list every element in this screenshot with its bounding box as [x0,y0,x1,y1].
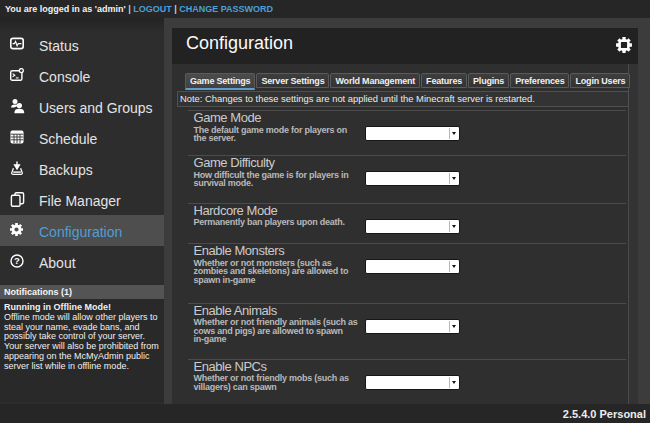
svg-text:?: ? [14,255,20,266]
